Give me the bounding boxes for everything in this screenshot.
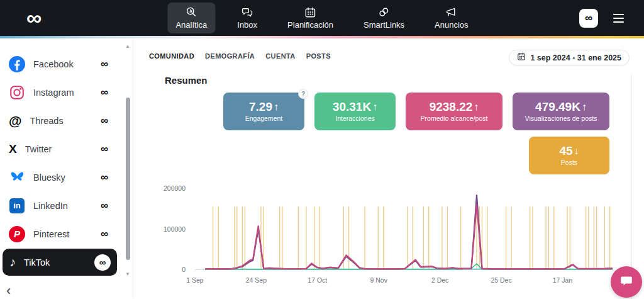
y-axis-tick-label: 100000 <box>151 225 186 233</box>
stat-value-row: 45↓ <box>559 145 579 158</box>
overview-chart: 01000002000001 Sep24 Sep17 Oct9 Nov2 Dec… <box>149 183 644 290</box>
x-axis-tick-label: 17 Oct <box>296 276 340 284</box>
account-name: Twitter <box>25 144 52 154</box>
date-range-picker[interactable]: 1 sep 2024 - 31 ene 2025 <box>509 50 630 65</box>
trend-up-arrow-icon: ↑ <box>274 101 279 113</box>
section-title: Resumen <box>165 75 644 86</box>
trend-up-arrow-icon: ↑ <box>372 101 377 113</box>
stat-label: Posts <box>561 159 577 166</box>
sidebar-item-instagram[interactable]: Instagram∞ <box>0 78 132 106</box>
twitter-x-icon: X <box>9 142 17 156</box>
chart-plot-area <box>195 183 615 271</box>
analytics-tabs: COMUNIDADDEMOGRAFÍACUENTAPOSTS <box>149 52 331 60</box>
stat-value-row: 7.29↑ <box>249 101 279 114</box>
metricool-logo-icon[interactable]: ∞ <box>26 8 41 28</box>
trend-up-arrow-icon: ↑ <box>474 101 479 113</box>
trend-down-arrow-icon: ↓ <box>574 145 579 157</box>
stat-card-posts: 45↓Posts <box>529 137 609 174</box>
nav-item-label: Anuncios <box>435 20 468 30</box>
stat-value-row: 30.31K↑ <box>333 101 377 114</box>
nav-item-label: SmartLinks <box>364 20 404 30</box>
x-axis-tick-label: 1 Sep <box>173 276 217 284</box>
sidebar-item-linkedin[interactable]: inLinkedIn∞ <box>0 191 132 220</box>
account-name: Facebook <box>33 59 74 69</box>
nav-item-planificacio-n[interactable]: Planificación <box>279 3 341 33</box>
tiktok-icon: ♪ <box>9 255 16 269</box>
tab-comunidad[interactable]: COMUNIDAD <box>149 52 194 60</box>
account-name: Bluesky <box>33 172 65 183</box>
nav-item-inbox[interactable]: Inbox <box>229 3 265 33</box>
metricool-infinity-badge-icon: ∞ <box>94 254 111 271</box>
x-axis-tick-label: 2 Dec <box>418 276 462 284</box>
linkedin-icon: in <box>9 198 25 213</box>
nav-item-label: Analítica <box>175 20 207 30</box>
help-question-icon[interactable]: ? <box>298 89 308 99</box>
posts-card-row: 45↓Posts <box>223 137 609 174</box>
tab-posts[interactable]: POSTS <box>306 52 331 60</box>
sidebar-item-threads[interactable]: @Threads∞ <box>0 106 132 135</box>
chat-fab-button[interactable] <box>611 266 642 298</box>
accounts-sidebar: Facebook∞Instagram∞@Threads∞XTwitter∞Blu… <box>0 38 132 299</box>
stat-label: Engagement <box>245 115 283 122</box>
sidebar-scrollbar-thumb[interactable] <box>126 98 130 260</box>
main-content: COMUNIDADDEMOGRAFÍACUENTAPOSTS 1 sep 202… <box>132 38 644 299</box>
account-name: Pinterest <box>33 229 69 239</box>
metricool-infinity-badge-icon: ∞ <box>101 200 108 211</box>
x-axis-tick-label: 17 Jan <box>540 276 584 284</box>
chain-links-icon <box>378 6 391 19</box>
y-axis-tick-label: 0 <box>151 266 186 273</box>
analytics-magnifier-icon <box>185 6 197 19</box>
account-list: Facebook∞Instagram∞@Threads∞XTwitter∞Blu… <box>0 50 132 276</box>
tab-demografi-a[interactable]: DEMOGRAFÍA <box>205 52 255 60</box>
threads-icon: @ <box>9 113 21 128</box>
trend-up-arrow-icon: ↑ <box>582 101 587 113</box>
facebook-icon <box>9 56 25 72</box>
calendar-icon <box>304 6 317 19</box>
nav-item-smartlinks[interactable]: SmartLinks <box>355 3 413 33</box>
metricool-infinity-badge-icon: ∞ <box>101 144 108 154</box>
main-nav: AnalíticaInboxPlanificaciónSmartLinksAnu… <box>167 3 476 33</box>
sidebar-item-tiktok[interactable]: ♪TikTok∞ <box>3 249 117 276</box>
stat-label: Promedio alcance/post <box>421 115 488 122</box>
y-axis-tick-label: 200000 <box>151 184 186 192</box>
metricool-infinity-badge-icon: ∞ <box>101 87 108 98</box>
chat-bubble-icon <box>618 273 635 291</box>
stat-label: Interacciones <box>335 115 374 122</box>
x-axis-tick-label: 9 Nov <box>357 276 401 284</box>
stat-value: 479.49K <box>535 101 580 114</box>
magenta-line <box>205 205 613 269</box>
stat-cards-row: 7.29↑Engagement?30.31K↑Interacciones9238… <box>223 93 609 130</box>
stat-value: 7.29 <box>249 101 272 114</box>
sidebar-collapse-chevron-icon[interactable]: ‹ <box>6 284 11 298</box>
metricool-infinity-badge-icon: ∞ <box>101 172 108 183</box>
stat-value-row: 479.49K↑ <box>535 101 587 114</box>
account-name: TikTok <box>24 257 50 268</box>
brand-avatar-button[interactable]: ∞ <box>579 9 598 28</box>
nav-item-label: Planificación <box>287 20 333 30</box>
nav-item-anuncios[interactable]: Anuncios <box>426 3 476 33</box>
nav-item-anali-tica[interactable]: Analítica <box>167 3 215 33</box>
account-name: LinkedIn <box>33 201 68 211</box>
nav-item-label: Inbox <box>237 20 257 30</box>
stat-card-engagement: 7.29↑Engagement? <box>223 93 304 130</box>
stat-value: 45 <box>559 145 572 158</box>
x-axis-tick-label: 25 Dec <box>479 276 523 284</box>
sidebar-item-pinterest[interactable]: PPinterest∞ <box>0 220 132 248</box>
scrollbar-up-arrow-icon[interactable]: ▲ <box>125 43 130 49</box>
stat-card-interacciones: 30.31K↑Interacciones <box>314 93 396 130</box>
date-range-label: 1 sep 2024 - 31 ene 2025 <box>530 54 621 62</box>
megaphone-icon <box>445 6 458 19</box>
stat-label: Visualizaciones de posts <box>525 115 597 122</box>
top-navbar: ∞ AnalíticaInboxPlanificaciónSmartLinksA… <box>0 0 644 36</box>
stat-value-row: 9238.22↑ <box>430 101 479 114</box>
metricool-infinity-badge-icon: ∞ <box>101 115 108 126</box>
sidebar-item-twitter[interactable]: XTwitter∞ <box>0 135 132 163</box>
stat-value: 9238.22 <box>430 101 473 114</box>
hamburger-menu-icon[interactable] <box>613 14 624 23</box>
scrollbar-down-arrow-icon[interactable]: ▼ <box>125 271 130 277</box>
tab-cuenta[interactable]: CUENTA <box>265 52 295 60</box>
purple-line <box>205 195 613 269</box>
sidebar-item-bluesky[interactable]: Bluesky∞ <box>0 163 132 191</box>
stat-card-promedio-alcance-post: 9238.22↑Promedio alcance/post <box>406 93 502 130</box>
sidebar-item-facebook[interactable]: Facebook∞ <box>0 50 132 78</box>
